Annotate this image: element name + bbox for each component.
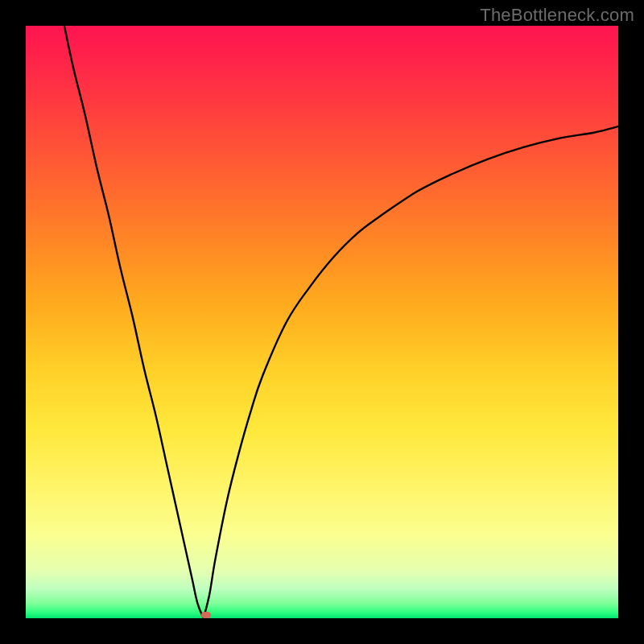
chart-frame: TheBottleneck.com: [0, 0, 644, 644]
watermark-text: TheBottleneck.com: [480, 5, 634, 26]
plot-area: [26, 26, 618, 618]
optimum-marker: [201, 612, 211, 618]
bottleneck-curve: [26, 26, 618, 618]
